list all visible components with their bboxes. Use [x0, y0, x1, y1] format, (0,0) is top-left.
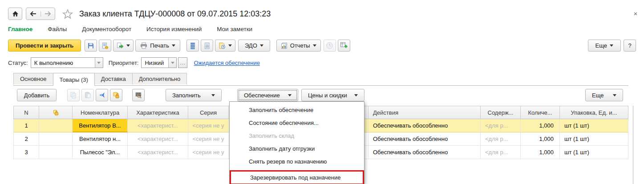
column-header-n[interactable]: N	[13, 106, 39, 119]
paste-row-button	[81, 89, 94, 101]
combo-dropdown-button[interactable]	[95, 58, 103, 68]
edo-button[interactable]: ЭДО	[238, 40, 270, 52]
actions-cell[interactable]: Обеспечивать обособленно	[369, 146, 481, 159]
section-history[interactable]: История изменений	[146, 26, 202, 32]
section-files[interactable]: Файлы	[48, 26, 67, 32]
row-number-cell[interactable]: 2	[13, 132, 39, 146]
fill-menu-button[interactable]: Заполнить	[166, 89, 222, 101]
combo-dropdown-button[interactable]	[168, 58, 176, 68]
split-arrows-icon	[98, 92, 105, 99]
priority-choose-button[interactable]: ...	[178, 57, 187, 68]
status-combobox[interactable]: К выполнению	[31, 57, 103, 68]
back-button[interactable]	[26, 11, 41, 16]
structure-icon	[190, 42, 196, 49]
dropdown-arrow-icon	[313, 44, 316, 47]
nomenclature-cell[interactable]: Вентилятор н...	[73, 132, 128, 146]
forward-button[interactable]	[41, 11, 55, 16]
lock-change-button[interactable]	[110, 89, 122, 101]
package-cell[interactable]: шт (1 шт)	[560, 146, 628, 159]
package-cell[interactable]: шт (1 шт)	[560, 119, 628, 132]
lock-cell[interactable]	[39, 146, 73, 159]
structure-of-subordination-button[interactable]	[186, 40, 199, 52]
actions-cell[interactable]: Обеспечивать обособленно	[369, 119, 481, 132]
menu-item-fill-supply[interactable]: Заполнить обеспечение	[230, 104, 364, 116]
characteristic-cell[interactable]: <характерист...	[128, 119, 188, 132]
series-cell[interactable]: <серия не у	[188, 146, 229, 159]
tab-goods[interactable]: Товары (3)	[53, 73, 95, 86]
menu-item-supply-state[interactable]: Состояние обеспечения...	[230, 116, 364, 129]
post-document-button[interactable]	[99, 40, 111, 52]
panel-right-edge	[633, 106, 633, 184]
column-header-lock[interactable]	[39, 106, 73, 119]
lock-cell[interactable]	[39, 119, 73, 132]
copy-icon	[70, 92, 77, 99]
content-cell[interactable]: <для р...	[481, 132, 521, 146]
save-button[interactable]	[85, 40, 97, 52]
document-movements-button[interactable]	[201, 40, 213, 52]
column-header-quantity[interactable]: Количе...	[521, 106, 560, 119]
column-header-package[interactable]: Упаковка, Ед. и...	[560, 106, 628, 119]
content-cell[interactable]: <для р...	[481, 146, 521, 159]
quantity-cell[interactable]: 1,000	[521, 119, 560, 132]
tab-additional[interactable]: Дополнительно	[132, 73, 187, 84]
post-document-icon	[101, 42, 109, 49]
dropdown-arrow-icon	[288, 94, 292, 96]
section-main[interactable]: Главное	[8, 26, 32, 32]
close-icon[interactable]: ×	[632, 10, 640, 17]
prices-discounts-menu-button[interactable]: Цены и скидки	[301, 89, 365, 101]
favorite-star-icon[interactable]	[62, 9, 73, 19]
dropdown-arrow-icon	[97, 62, 101, 64]
supply-menu-button[interactable]: Обеспечение	[237, 89, 298, 101]
quantity-cell[interactable]: 1,000	[521, 132, 560, 146]
home-button[interactable]	[8, 8, 22, 20]
row-number-cell[interactable]: 3	[13, 146, 39, 159]
nomenclature-cell[interactable]: Пылесос "Эл...	[73, 146, 128, 159]
table-more-button[interactable]: Еще	[585, 89, 623, 101]
column-header-actions[interactable]: Действия	[369, 106, 481, 119]
section-notes[interactable]: Мои заметки	[217, 26, 252, 32]
fill-menu-label: Заполнить	[172, 92, 201, 99]
copy-row-button	[67, 89, 80, 101]
series-cell[interactable]: <серия не у	[188, 119, 229, 132]
tab-main[interactable]: Основное	[13, 73, 53, 84]
assign-separately-button[interactable]	[96, 89, 108, 101]
barcode-scan-button[interactable]	[132, 89, 145, 101]
prices-discounts-label: Цены и скидки	[308, 92, 347, 99]
history-nav-group	[26, 8, 55, 20]
series-cell[interactable]: <серия не у	[188, 132, 229, 146]
reminder-button[interactable]	[215, 40, 235, 52]
column-header-nomenclature[interactable]: Номенклатура	[73, 106, 128, 119]
actions-cell[interactable]: Обеспечивать обособленно	[369, 132, 481, 146]
column-header-series[interactable]: Серия	[188, 106, 229, 119]
tab-delivery[interactable]: Доставка	[94, 73, 133, 84]
column-header-content[interactable]: Содерж...	[481, 106, 521, 119]
row-number-cell[interactable]: 1	[13, 119, 39, 132]
section-menu: Главное Файлы Документооборот История из…	[8, 26, 252, 32]
nomenclature-cell[interactable]: Вентилятор В...	[73, 119, 128, 132]
quantity-cell[interactable]: 1,000	[521, 146, 560, 159]
reports-button[interactable]: Отчеты	[276, 40, 321, 52]
package-cell[interactable]: шт (1 шт)	[560, 132, 628, 146]
menu-item-fill-shipment-date[interactable]: Заполнить дату отгрузки	[230, 142, 364, 155]
help-button[interactable]: ?	[624, 40, 636, 52]
supply-status-link[interactable]: Ожидается обеспечение	[194, 60, 259, 66]
menu-item-remove-reserve[interactable]: Снять резерв по назначению	[230, 155, 364, 168]
characteristic-cell[interactable]: <характерист...	[128, 132, 188, 146]
data-exchange-button[interactable]	[338, 40, 350, 52]
lock-cell[interactable]	[39, 132, 73, 146]
characteristic-cell[interactable]: <характерист...	[128, 146, 188, 159]
form-toolbar: Провести и закрыть Печать	[8, 40, 636, 52]
content-cell[interactable]: <для р...	[481, 119, 521, 132]
arrow-left-icon	[30, 11, 37, 16]
column-header-characteristic[interactable]: Характеристика	[128, 106, 188, 119]
post-and-close-button[interactable]: Провести и закрыть	[8, 40, 81, 52]
add-row-button[interactable]: Добавить	[17, 89, 57, 101]
form-more-button[interactable]: Еще	[588, 40, 621, 52]
priority-combobox[interactable]: Низкий	[141, 57, 177, 68]
save-icon	[87, 42, 94, 49]
menu-item-reserve-for-assignment[interactable]: Зарезервировать под назначение	[231, 172, 363, 184]
section-docflow[interactable]: Документооборот	[82, 26, 131, 32]
form-more-label: Еще	[595, 42, 607, 49]
print-button[interactable]: Печать	[135, 40, 180, 52]
create-based-on-button[interactable]	[113, 40, 134, 52]
